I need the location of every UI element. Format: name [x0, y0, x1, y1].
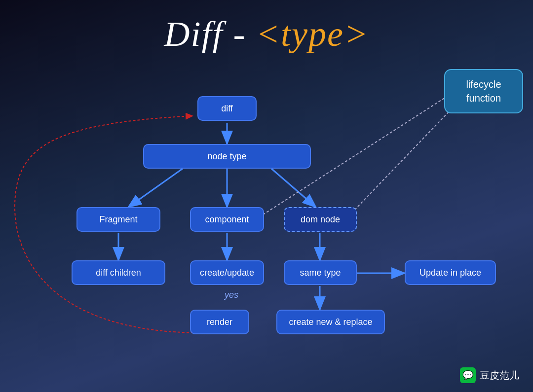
- node-lifecycle-function: lifecycle function: [444, 69, 523, 113]
- arrow-nodetype-to-fragment: [128, 169, 183, 207]
- node-component: component: [190, 207, 264, 232]
- arrow-domnode-to-lifecycle: [345, 99, 461, 219]
- diagram-area: diff node type Fragment component dom no…: [0, 59, 533, 385]
- node-diff-children: diff children: [72, 260, 165, 285]
- node-create-new-replace: create new & replace: [276, 310, 385, 334]
- node-same-type: same type: [284, 260, 357, 285]
- title-type: <type>: [256, 14, 369, 54]
- node-diff: diff: [197, 96, 257, 121]
- wechat-icon: 💬: [460, 367, 476, 383]
- brand-name: 豆皮范儿: [480, 369, 519, 382]
- arrow-nodetype-to-domnode: [271, 169, 316, 207]
- title-prefix: Diff -: [164, 14, 256, 54]
- yes-label: yes: [225, 290, 238, 300]
- node-update-in-place: Update in place: [405, 260, 496, 285]
- page-title: Diff - <type>: [0, 0, 533, 55]
- node-fragment: Fragment: [76, 207, 160, 232]
- node-dom-node: dom node: [284, 207, 357, 232]
- node-render: render: [190, 310, 249, 334]
- node-node-type: node type: [143, 144, 311, 169]
- node-create-update: create/update: [190, 260, 264, 285]
- watermark: 💬 豆皮范儿: [460, 367, 519, 383]
